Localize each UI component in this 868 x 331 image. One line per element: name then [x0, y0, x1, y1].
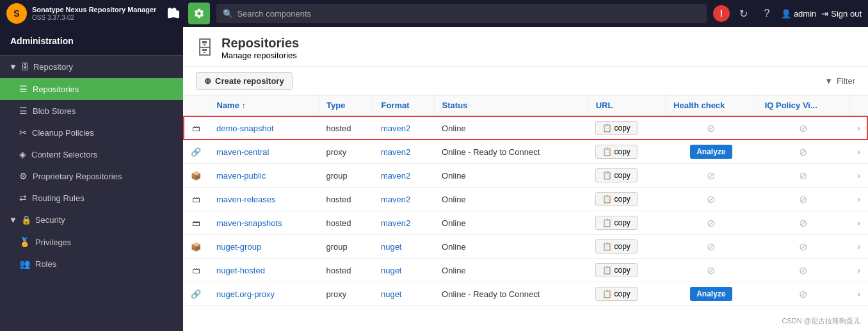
- repo-status: Online: [434, 164, 588, 188]
- row-expand-arrow[interactable]: ›: [857, 289, 860, 299]
- help-icon[interactable]: ?: [758, 4, 776, 22]
- signout-label: Sign out: [831, 9, 862, 19]
- repo-name-link[interactable]: maven-releases: [216, 195, 276, 204]
- repo-format: maven2: [373, 211, 434, 235]
- row-type-icon: 📦: [183, 164, 209, 188]
- copy-url-button[interactable]: 📋 copy: [595, 216, 638, 230]
- admin-icon-btn[interactable]: [188, 3, 210, 24]
- col-health: Health check: [666, 95, 757, 116]
- iq-disabled-icon: ⊘: [799, 241, 807, 252]
- table-row: 🗃maven-releaseshostedmaven2Online📋 copy⊘…: [183, 188, 868, 211]
- col-type[interactable]: Type: [319, 95, 373, 116]
- analyze-button[interactable]: Analyze: [690, 145, 732, 159]
- repo-type: hosted: [319, 116, 373, 140]
- row-expand-arrow[interactable]: ›: [857, 194, 860, 204]
- user-icon: 👤: [781, 9, 791, 19]
- health-disabled-icon: ⊘: [707, 194, 715, 205]
- repo-health: ⊘: [666, 235, 757, 259]
- copy-url-button[interactable]: 📋 copy: [595, 239, 638, 254]
- iq-disabled-icon: ⊘: [799, 123, 807, 134]
- plus-icon: ⊕: [204, 76, 211, 86]
- repo-status: Online: [434, 235, 588, 259]
- repo-format: maven2: [373, 188, 434, 211]
- sidebar-item-proprietary-repos[interactable]: ⚙ Proprietary Repositories: [0, 165, 183, 187]
- iq-disabled-icon: ⊘: [799, 194, 807, 205]
- repo-health: ⊘: [666, 116, 757, 140]
- copy-url-button[interactable]: 📋 copy: [595, 263, 638, 277]
- repo-iq-policy: ⊘: [757, 235, 849, 259]
- navbar-right: ! ↻ ? 👤 admin ⇥ Sign out: [713, 4, 862, 22]
- col-name[interactable]: Name ↑: [209, 95, 319, 116]
- repo-name-link[interactable]: nuget.org-proxy: [216, 289, 275, 299]
- page-header: 🗄 Repositories Manage repositories: [183, 27, 868, 67]
- table-row: 🔗maven-centralproxymaven2Online - Ready …: [183, 140, 868, 164]
- analyze-button[interactable]: Analyze: [690, 287, 732, 301]
- col-format[interactable]: Format: [373, 95, 434, 116]
- repo-name-link[interactable]: maven-snapshots: [216, 218, 282, 228]
- copy-url-button[interactable]: 📋 copy: [595, 121, 638, 135]
- repo-type: proxy: [319, 140, 373, 164]
- copy-url-button[interactable]: 📋 copy: [595, 287, 638, 301]
- repo-format: nuget: [373, 259, 434, 282]
- row-type-icon: 🗃: [183, 188, 209, 211]
- sidebar-section-repository[interactable]: ▼ 🗄 Repository: [0, 56, 183, 78]
- repo-iq-policy: ⊘: [757, 140, 849, 164]
- alert-icon[interactable]: !: [713, 5, 730, 22]
- sidebar-item-content-selectors[interactable]: ◈ Content Selectors: [0, 143, 183, 165]
- repo-format: maven2: [373, 140, 434, 164]
- repo-type: hosted: [319, 211, 373, 235]
- browse-icon-btn[interactable]: [163, 3, 184, 24]
- refresh-icon[interactable]: ↻: [735, 4, 753, 22]
- chevron-down-icon: ▼: [9, 62, 17, 72]
- sidebar-item-roles[interactable]: 👥 Roles: [0, 253, 183, 275]
- repo-iq-policy: ⊘: [757, 282, 849, 306]
- sidebar-item-repositories[interactable]: ☰ Repositories: [0, 78, 183, 100]
- app-title: Sonatype Nexus Repository Manager: [32, 6, 156, 14]
- brand: S Sonatype Nexus Repository Manager OSS …: [6, 3, 156, 24]
- row-type-icon: 🗃: [183, 259, 209, 282]
- row-expand-arrow[interactable]: ›: [857, 123, 860, 133]
- privileges-icon: 🏅: [19, 237, 30, 247]
- repo-status: Online: [434, 211, 588, 235]
- sidebar-section-label: Repository: [33, 62, 73, 72]
- copy-url-button[interactable]: 📋 copy: [595, 192, 638, 206]
- row-expand-arrow[interactable]: ›: [857, 241, 860, 252]
- row-expand-arrow[interactable]: ›: [857, 265, 860, 275]
- repo-iq-policy: ⊘: [757, 211, 849, 235]
- table-header-row: Name ↑ Type Format Status URL Health che…: [183, 95, 868, 116]
- col-iq: IQ Policy Vi...: [757, 95, 849, 116]
- brand-text: Sonatype Nexus Repository Manager OSS 3.…: [32, 6, 156, 21]
- repo-format: maven2: [373, 164, 434, 188]
- repo-name-link[interactable]: nuget-hosted: [216, 266, 265, 275]
- row-expand-arrow[interactable]: ›: [857, 147, 860, 157]
- sidebar-item-routing-rules[interactable]: ⇄ Routing Rules: [0, 187, 183, 209]
- repo-status: Online - Ready to Connect: [434, 282, 588, 306]
- sidebar-item-privileges[interactable]: 🏅 Privileges: [0, 231, 183, 253]
- col-status[interactable]: Status: [434, 95, 588, 116]
- main-layout: Administration ▼ 🗄 Repository ☰ Reposito…: [0, 27, 868, 331]
- copy-url-button[interactable]: 📋 copy: [595, 168, 638, 182]
- repositories-header-icon: 🗄: [196, 38, 214, 59]
- search-bar[interactable]: 🔍 Search components: [216, 4, 706, 23]
- sidebar-section-label: Security: [35, 215, 65, 225]
- sidebar-item-cleanup-policies[interactable]: ✂ Cleanup Policies: [0, 122, 183, 143]
- copy-url-button[interactable]: 📋 copy: [595, 145, 638, 159]
- repo-name-link[interactable]: demo-snapshot: [216, 124, 274, 133]
- sidebar-item-blob-stores[interactable]: ☰ Blob Stores: [0, 100, 183, 122]
- col-url: URL: [588, 95, 665, 116]
- row-type-icon: 🔗: [183, 140, 209, 164]
- sidebar-item-label: Roles: [35, 259, 56, 269]
- content-area: 🗄 Repositories Manage repositories ⊕ Cre…: [183, 27, 868, 331]
- navbar: S Sonatype Nexus Repository Manager OSS …: [0, 0, 868, 27]
- repositories-table-container: Name ↑ Type Format Status URL Health che…: [183, 95, 868, 331]
- page-subtitle: Manage repositories: [221, 51, 297, 60]
- app-subtitle: OSS 3.37.3-02: [32, 14, 156, 21]
- create-repository-button[interactable]: ⊕ Create repository: [196, 72, 293, 90]
- signout-button[interactable]: ⇥ Sign out: [821, 9, 862, 19]
- sidebar-section-security[interactable]: ▼ 🔒 Security: [0, 209, 183, 231]
- repo-name-link[interactable]: maven-central: [216, 147, 269, 157]
- repo-name-link[interactable]: nuget-group: [216, 242, 261, 252]
- row-expand-arrow[interactable]: ›: [857, 170, 860, 181]
- repo-name-link[interactable]: maven-public: [216, 171, 266, 181]
- row-expand-arrow[interactable]: ›: [857, 218, 860, 228]
